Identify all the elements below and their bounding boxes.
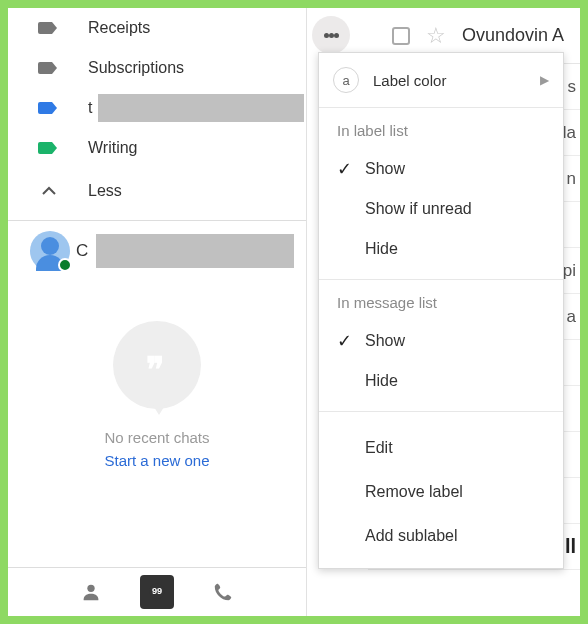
menu-label: Show if unread (365, 200, 472, 218)
chevron-right-icon: ▶ (540, 73, 549, 87)
hangouts-icon: ❞ (113, 321, 201, 409)
svg-point-0 (87, 585, 94, 592)
sidebar-label-subscriptions[interactable]: Subscriptions (8, 48, 306, 88)
menu-label: Hide (365, 372, 398, 390)
menu-label: Show (365, 160, 405, 178)
menu-label: Hide (365, 240, 398, 258)
redacted-text (98, 94, 304, 122)
menu-heading: In message list (319, 294, 563, 321)
sidebar-label-receipts[interactable]: Receipts (8, 8, 306, 48)
check-icon: ✓ (337, 330, 365, 352)
menu-item-add-sublabel[interactable]: Add sublabel (319, 514, 563, 558)
start-new-chat-link[interactable]: Start a new one (8, 452, 306, 469)
presence-online-icon (58, 258, 72, 272)
pane-divider (306, 8, 307, 616)
menu-item-hide[interactable]: Hide (319, 229, 563, 269)
hangouts-empty: ❞ No recent chats Start a new one (8, 281, 306, 469)
hangouts-bottom-bar: 99 (8, 568, 306, 616)
phone-icon[interactable] (208, 577, 238, 607)
menu-item-label-color[interactable]: a Label color ▶ (319, 53, 563, 108)
star-icon[interactable]: ☆ (426, 23, 446, 49)
chevron-up-icon (38, 183, 60, 199)
sidebar-label-writing[interactable]: Writing (8, 128, 306, 168)
label-tag-icon (38, 60, 60, 76)
less-label: Less (88, 182, 122, 200)
svg-text:99: 99 (152, 586, 162, 596)
app-frame: ☆ Ovundovin A s la n pi a ill Receipts S… (0, 0, 588, 624)
menu-item-msg-hide[interactable]: Hide (319, 361, 563, 401)
chat-user-row[interactable]: C (8, 221, 306, 281)
select-checkbox[interactable] (392, 27, 410, 45)
label-tag-icon (38, 100, 60, 116)
label-color-swatch-icon: a (333, 67, 359, 93)
menu-heading: In label list (319, 122, 563, 149)
menu-item-remove-label[interactable]: Remove label (319, 470, 563, 514)
label-options-menu: a Label color ▶ In label list ✓ Show Sho… (318, 52, 564, 569)
menu-label: Edit (365, 439, 393, 457)
menu-item-edit[interactable]: Edit (319, 426, 563, 470)
menu-label: Remove label (365, 483, 463, 501)
chat-user-initial: C (76, 241, 88, 261)
menu-section-label-list: In label list ✓ Show Show if unread Hide (319, 108, 563, 280)
label-text: Receipts (88, 19, 306, 37)
menu-label: Add sublabel (365, 527, 458, 545)
sidebar-less-toggle[interactable]: Less (8, 168, 306, 214)
menu-item-show[interactable]: ✓ Show (319, 149, 563, 189)
label-tag-icon (38, 140, 60, 156)
contacts-icon[interactable] (76, 577, 106, 607)
label-text: Subscriptions (88, 59, 306, 77)
hangouts-tab-icon[interactable]: 99 (140, 575, 174, 609)
redacted-text (96, 234, 294, 268)
mail-sender[interactable]: Ovundovin A (462, 25, 564, 46)
menu-item-msg-show[interactable]: ✓ Show (319, 321, 563, 361)
no-recent-chats-text: No recent chats (8, 429, 306, 446)
left-sidebar: Receipts Subscriptions t Writing (8, 8, 306, 616)
menu-label: Label color (373, 72, 446, 89)
menu-label: Show (365, 332, 405, 350)
sidebar-label-redacted[interactable]: t (8, 88, 306, 128)
menu-item-show-if-unread[interactable]: Show if unread (319, 189, 563, 229)
menu-section-actions: Edit Remove label Add sublabel (319, 412, 563, 568)
label-tag-icon (38, 20, 60, 36)
label-options-button[interactable] (312, 16, 350, 54)
check-icon: ✓ (337, 158, 365, 180)
avatar (30, 231, 70, 271)
label-text: Writing (88, 139, 306, 157)
label-text: t (88, 99, 98, 117)
menu-section-message-list: In message list ✓ Show Hide (319, 280, 563, 412)
